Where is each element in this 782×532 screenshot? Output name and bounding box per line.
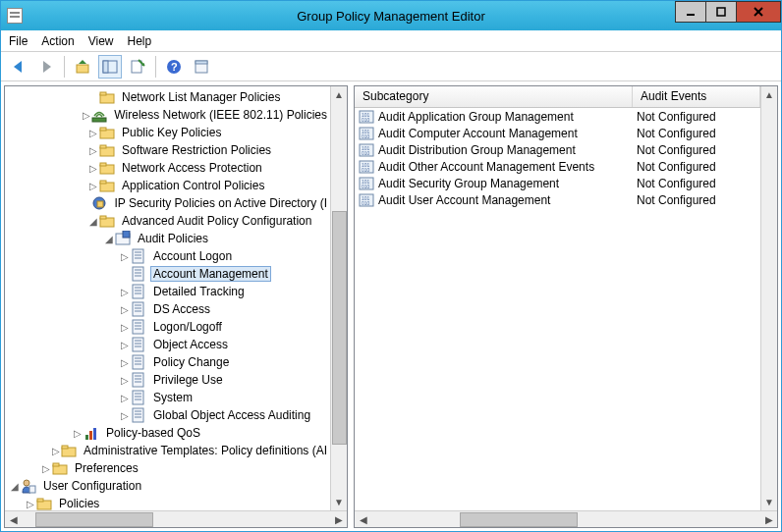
caret-collapsed-icon[interactable]: ▷ [50, 446, 61, 456]
tree-item[interactable]: Account Management [5, 265, 330, 283]
tree-item-label: Wireless Network (IEEE 802.11) Policies [111, 107, 330, 123]
caret-collapsed-icon[interactable]: ▷ [119, 251, 131, 262]
tree-item-label: Audit Policies [135, 231, 211, 246]
list-row[interactable]: 101010Audit Computer Account ManagementN… [355, 125, 760, 141]
caret-collapsed-icon[interactable]: ▷ [87, 163, 99, 174]
tree-item[interactable]: IP Security Policies on Active Directory… [5, 194, 330, 212]
properties-button[interactable] [190, 55, 213, 79]
list-vertical-scrollbar[interactable]: ▲ ▼ [760, 86, 777, 510]
tree-item[interactable]: ▷Logon/Logoff [5, 318, 330, 336]
svg-rect-33 [92, 118, 106, 122]
audit-item-icon: 101010 [359, 109, 374, 125]
forward-button[interactable] [34, 55, 58, 79]
caret-collapsed-icon[interactable]: ▷ [87, 145, 99, 156]
export-list-button[interactable] [126, 55, 149, 79]
list-horizontal-scrollbar[interactable]: ◀ ▶ [355, 510, 777, 527]
scroll-right-icon[interactable]: ▶ [330, 512, 347, 527]
list-subcategory: Audit Computer Account Management [378, 127, 578, 140]
caret-collapsed-icon[interactable]: ▷ [119, 375, 131, 386]
menu-file[interactable]: File [9, 34, 28, 48]
caret-expanded-icon[interactable]: ◢ [87, 216, 99, 227]
tree-item[interactable]: ▷Preferences [5, 459, 330, 477]
scroll-down-icon[interactable]: ▼ [332, 494, 347, 510]
scroll-right-icon[interactable]: ▶ [760, 512, 777, 527]
folder-icon [99, 178, 115, 193]
list-row[interactable]: 101010Audit Application Group Management… [355, 108, 760, 125]
scroll-up-icon[interactable]: ▲ [332, 86, 347, 103]
list-row[interactable]: 101010Audit Security Group ManagementNot… [355, 175, 760, 191]
tree-item[interactable]: ▷System [5, 389, 330, 406]
caret-expanded-icon[interactable]: ◢ [103, 234, 115, 244]
scroll-thumb[interactable] [460, 512, 578, 527]
minimize-button[interactable] [675, 1, 706, 23]
scroll-left-icon[interactable]: ◀ [5, 512, 22, 527]
caret-collapsed-icon[interactable]: ▷ [119, 340, 131, 350]
caret-collapsed-icon[interactable]: ▷ [119, 287, 131, 297]
caret-collapsed-icon[interactable]: ▷ [81, 110, 91, 121]
svg-rect-64 [133, 320, 143, 334]
caret-collapsed-icon[interactable]: ▷ [25, 499, 36, 509]
caret-collapsed-icon[interactable]: ▷ [119, 393, 131, 403]
menu-action[interactable]: Action [41, 34, 74, 48]
tree-item[interactable]: ▷Wireless Network (IEEE 802.11) Policies [5, 106, 330, 124]
policy-icon [131, 301, 146, 317]
caret-collapsed-icon[interactable]: ▷ [119, 357, 131, 368]
help-button[interactable]: ? [162, 55, 186, 79]
menu-view[interactable]: View [88, 34, 114, 48]
up-button[interactable] [71, 55, 94, 79]
tree-item[interactable]: ▷DS Access [5, 300, 330, 318]
scroll-thumb[interactable] [35, 512, 153, 527]
tree-pane: Network List Manager Policies▷Wireless N… [4, 85, 348, 528]
tree-item-label: Network List Manager Policies [119, 89, 283, 105]
column-audit-events[interactable]: Audit Events [633, 86, 760, 107]
maximize-button[interactable] [705, 1, 737, 23]
tree-item[interactable]: ▷Object Access [5, 336, 330, 353]
caret-expanded-icon[interactable]: ◢ [9, 481, 21, 492]
back-button[interactable] [7, 55, 30, 79]
tree-item[interactable]: ◢Audit Policies [5, 230, 330, 247]
tree-item[interactable]: ▷Policies [5, 495, 330, 510]
caret-collapsed-icon[interactable]: ▷ [87, 181, 99, 191]
tree-item[interactable]: Network List Manager Policies [5, 88, 330, 106]
tree-item[interactable]: ▷Software Restriction Policies [5, 141, 330, 159]
tree-item[interactable]: ◢Advanced Audit Policy Configuration [5, 212, 330, 230]
tree-item[interactable]: ▷Policy Change [5, 353, 330, 371]
menu-help[interactable]: Help [128, 34, 152, 48]
audit-item-icon: 101010 [359, 159, 374, 175]
show-hide-tree-button[interactable] [98, 55, 122, 79]
titlebar: Group Policy Management Editor [1, 1, 781, 30]
tree-item[interactable]: ▷Network Access Protection [5, 159, 330, 177]
tree-vertical-scrollbar[interactable]: ▲ ▼ [330, 86, 347, 510]
tree-item[interactable]: ▷Account Logon [5, 247, 330, 265]
tree-item[interactable]: ▷Policy-based QoS [5, 424, 330, 442]
caret-collapsed-icon[interactable]: ▷ [40, 463, 52, 474]
tree-item[interactable]: ▷Application Control Policies [5, 177, 330, 194]
list-row[interactable]: 101010Audit Distribution Group Managemen… [355, 141, 760, 158]
scroll-down-icon[interactable]: ▼ [762, 494, 777, 510]
close-button[interactable] [736, 1, 781, 23]
tree-item[interactable]: ▷Privilege Use [5, 371, 330, 389]
scroll-up-icon[interactable]: ▲ [762, 86, 777, 103]
list-row[interactable]: 101010Audit Other Account Management Eve… [355, 158, 760, 175]
list-row[interactable]: 101010Audit User Account ManagementNot C… [355, 191, 760, 208]
policy-tree[interactable]: Network List Manager Policies▷Wireless N… [5, 86, 330, 510]
tree-horizontal-scrollbar[interactable]: ◀ ▶ [5, 510, 347, 527]
svg-rect-41 [100, 181, 106, 184]
list-audit-events: Not Configured [633, 110, 760, 124]
folder-icon [99, 142, 115, 158]
audit-list[interactable]: 101010Audit Application Group Management… [355, 108, 760, 208]
tree-item[interactable]: ◢User Configuration [5, 477, 330, 495]
caret-collapsed-icon[interactable]: ▷ [119, 322, 131, 333]
scroll-thumb[interactable] [332, 211, 347, 445]
caret-collapsed-icon[interactable]: ▷ [119, 304, 131, 315]
tree-item[interactable]: ▷Administrative Templates: Policy defini… [5, 442, 330, 459]
tree-item[interactable]: ▷Detailed Tracking [5, 283, 330, 300]
tree-item[interactable]: ▷Global Object Access Auditing [5, 406, 330, 424]
caret-collapsed-icon[interactable]: ▷ [72, 428, 84, 439]
auditroot-icon [115, 231, 131, 246]
column-subcategory[interactable]: Subcategory [355, 86, 633, 107]
scroll-left-icon[interactable]: ◀ [355, 512, 371, 527]
caret-collapsed-icon[interactable]: ▷ [119, 410, 131, 421]
caret-collapsed-icon[interactable]: ▷ [87, 128, 99, 138]
tree-item[interactable]: ▷Public Key Policies [5, 124, 330, 141]
